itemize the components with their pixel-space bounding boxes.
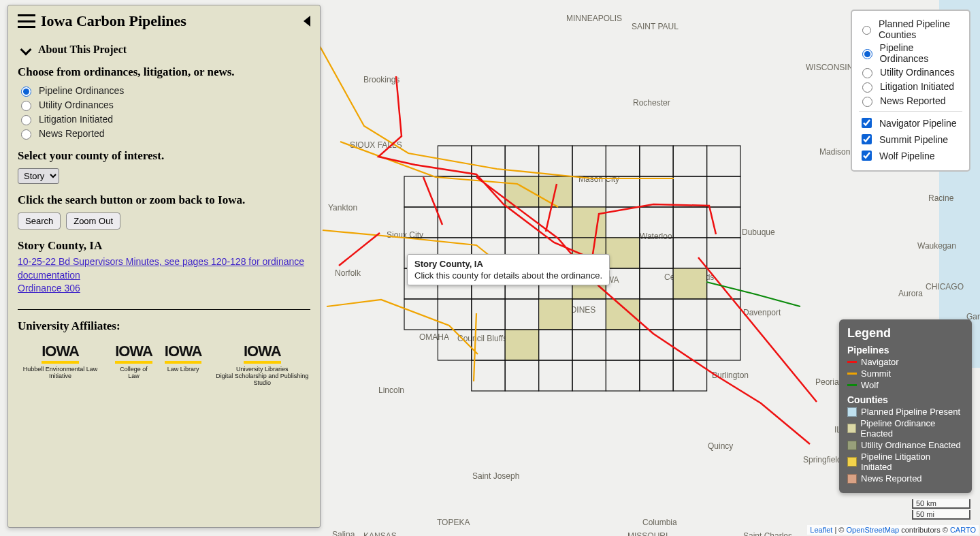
layer-radio-planned[interactable]: Planned Pipeline Counties xyxy=(859,18,962,40)
layer-check-summit[interactable]: Summit Pipeline xyxy=(859,132,962,146)
divider xyxy=(18,309,310,310)
legend-county: Pipeline Litigation Initiated xyxy=(847,452,964,472)
affiliate-3[interactable]: IOWAUniversity LibrariesDigital Scholars… xyxy=(214,343,310,387)
city-label: TOPEKA xyxy=(437,518,470,527)
legend-pipe-navigator: Navigator xyxy=(847,357,964,367)
legend-county: Pipeline Ordinance Enacted xyxy=(847,418,964,439)
city-label: Springfield xyxy=(803,455,842,464)
city-label: MISSOURI xyxy=(627,531,668,536)
layer-radio-pipeline_ord[interactable]: Pipeline Ordinances xyxy=(859,42,962,64)
radio-news[interactable]: News Reported xyxy=(18,127,310,140)
layer-radio-news[interactable]: News Reported xyxy=(859,95,962,107)
city-label: Mason City xyxy=(578,174,619,184)
ordinance-link-0[interactable]: 10-25-22 Bd Supervisors Minutes, see pag… xyxy=(18,255,310,282)
menu-icon[interactable] xyxy=(18,14,35,28)
ordinance-link-1[interactable]: Ordinance 306 xyxy=(18,282,310,296)
city-label: SIOUX FALLS xyxy=(350,140,402,150)
legend-county: Utility Ordinance Enacted xyxy=(847,440,964,450)
tooltip-title: Story County, IA xyxy=(414,259,602,269)
layer-radio-litigation[interactable]: Litigation Initiated xyxy=(859,80,962,93)
zoom-out-button[interactable]: Zoom Out xyxy=(66,212,120,230)
city-label: Salina xyxy=(332,530,355,536)
layer-check-navigator[interactable]: Navigator Pipeline xyxy=(859,116,962,130)
city-label: MINNEAPOLIS xyxy=(566,14,622,23)
city-label: WISCONSIN xyxy=(806,63,853,72)
radio-pipeline_ord[interactable]: Pipeline Ordinances xyxy=(18,84,310,97)
city-label: CHICAGO xyxy=(926,282,964,291)
county-select-label: Select your county of interest. xyxy=(18,149,310,163)
scale-mi: 50 mi xyxy=(912,510,970,520)
scale-km: 50 km xyxy=(912,499,970,509)
osm-link[interactable]: OpenStreetMap xyxy=(846,526,899,534)
city-label: Burlington xyxy=(712,371,749,380)
affiliate-1[interactable]: IOWACollege of Law xyxy=(115,343,152,387)
selected-county-heading: Story County, IA xyxy=(18,239,310,253)
county-select[interactable]: Story xyxy=(18,168,59,184)
county-tooltip: Story County, IA Click this county for d… xyxy=(407,254,610,285)
scale-bar: 50 km 50 mi xyxy=(912,499,970,521)
radio-input-pipeline_ord[interactable] xyxy=(21,86,31,97)
affiliate-0[interactable]: IOWAHubbell Environmental Law Initiative xyxy=(18,343,103,387)
city-label: Waterloo xyxy=(640,232,672,241)
city-label: Council Bluffs xyxy=(457,334,507,343)
city-label: Rochester xyxy=(633,98,670,108)
radio-utility_ord[interactable]: Utility Ordinances xyxy=(18,99,310,111)
legend-title: Legend xyxy=(847,326,964,341)
search-instruction: Click the search button or zoom back to … xyxy=(18,193,310,207)
city-label: Columbia xyxy=(642,518,677,527)
city-label: Dubuque xyxy=(742,227,775,237)
legend-panel: Legend Pipelines NavigatorSummitWolf Cou… xyxy=(839,319,972,493)
city-label: Brookings xyxy=(363,75,399,84)
city-label: Aurora xyxy=(898,289,923,298)
carto-link[interactable]: CARTO xyxy=(950,526,976,534)
city-label: Lincoln xyxy=(378,385,404,395)
tooltip-body: Click this county for details about the … xyxy=(414,270,602,281)
legend-pipelines-title: Pipelines xyxy=(847,345,964,356)
iowa-logo: IOWA xyxy=(115,343,152,364)
affiliates-label: University Affiliates: xyxy=(18,319,310,333)
city-label: KANSAS xyxy=(363,531,397,536)
city-label: SAINT PAUL xyxy=(632,22,679,31)
radio-litigation[interactable]: Litigation Initiated xyxy=(18,113,310,125)
legend-county: Planned Pipeline Present xyxy=(847,407,964,417)
radio-input-news[interactable] xyxy=(21,129,31,140)
city-label: OMAHA xyxy=(419,332,449,342)
city-label: Quincy xyxy=(708,441,733,451)
legend-counties-title: Counties xyxy=(847,394,964,405)
city-label: Waukegan xyxy=(917,241,956,251)
iowa-logo: IOWA xyxy=(42,343,79,364)
search-button[interactable]: Search xyxy=(18,212,61,230)
city-label: Davenport xyxy=(743,308,781,317)
iowa-logo: IOWA xyxy=(244,343,281,364)
sidebar-panel: Iowa Carbon Pipelines About This Project… xyxy=(7,5,321,528)
about-label: About This Project xyxy=(38,44,127,56)
radio-input-litigation[interactable] xyxy=(21,115,31,125)
city-label: DES MOINES xyxy=(544,305,595,315)
layer-control: Planned Pipeline CountiesPipeline Ordina… xyxy=(851,10,970,172)
attribution: Leaflet | © OpenStreetMap contributors ©… xyxy=(807,525,979,535)
about-section-toggle[interactable]: About This Project xyxy=(18,44,310,56)
city-label: Norfolk xyxy=(335,268,361,278)
layer-radio-utility_ord[interactable]: Utility Ordinances xyxy=(859,66,962,78)
layer-check-wolf[interactable]: Wolf Pipeline xyxy=(859,148,962,163)
legend-county: News Reported xyxy=(847,473,964,484)
city-label: Madison xyxy=(819,147,850,157)
iowa-logo: IOWA xyxy=(165,343,202,364)
choose-label: Choose from ordinances, litigation, or n… xyxy=(18,65,310,79)
city-label: Yankton xyxy=(328,203,357,212)
collapse-icon[interactable] xyxy=(304,16,310,27)
app-title: Iowa Carbon Pipelines xyxy=(41,12,304,30)
city-label: Peoria xyxy=(815,377,839,387)
city-label: Saint Joseph xyxy=(472,471,519,481)
city-label: Racine xyxy=(928,193,953,203)
affiliate-2[interactable]: IOWALaw Library xyxy=(165,343,202,387)
chevron-down-icon xyxy=(20,44,32,56)
leaflet-link[interactable]: Leaflet xyxy=(810,526,832,534)
city-label: Sioux City xyxy=(387,230,423,240)
layer-divider xyxy=(859,111,962,112)
legend-pipe-wolf: Wolf xyxy=(847,380,964,390)
radio-input-utility_ord[interactable] xyxy=(21,101,31,111)
city-label: Saint Charles xyxy=(743,531,792,536)
legend-pipe-summit: Summit xyxy=(847,368,964,379)
city-label: Cedar Rapids xyxy=(664,272,714,282)
